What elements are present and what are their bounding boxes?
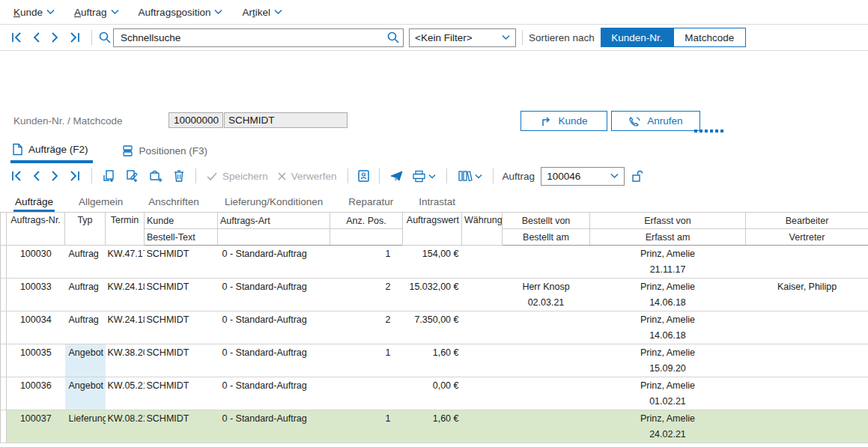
- header-erfasst-am[interactable]: Erfasst am: [590, 229, 746, 246]
- cell-auftrags-nr[interactable]: 100037: [7, 410, 65, 443]
- cell-auftragswert[interactable]: 154,00 €: [403, 246, 462, 279]
- header-bestellt-am[interactable]: Bestellt am: [503, 229, 590, 246]
- auftrag-dropdown[interactable]: 100046: [541, 167, 625, 186]
- cell-kunde[interactable]: SCHMIDT: [145, 344, 218, 377]
- cell-termin[interactable]: KW.38.20: [106, 344, 145, 377]
- cell-auftrags-nr[interactable]: 100035: [7, 344, 65, 377]
- cell-kunde[interactable]: SCHMIDT: [145, 246, 218, 279]
- discard-button[interactable]: Verwerfen: [277, 171, 337, 182]
- customer-matchcode-field[interactable]: SCHMIDT: [224, 112, 347, 128]
- menu-artikel[interactable]: Artikel: [242, 7, 282, 18]
- trash-icon[interactable]: [173, 169, 185, 183]
- cell-erfasst[interactable]: Prinz, Amelie14.06.18: [590, 279, 746, 311]
- customer-number-field[interactable]: 10000000: [169, 112, 223, 128]
- cell-auftrags-art[interactable]: 0 - Standard-Auftrag: [218, 279, 330, 311]
- cell-typ[interactable]: Auftrag: [65, 311, 106, 344]
- quick-search-input[interactable]: [119, 31, 386, 44]
- cell-kunde[interactable]: SCHMIDT: [145, 279, 218, 311]
- row-gutter[interactable]: [1, 246, 7, 279]
- cell-auftrags-nr[interactable]: 100033: [7, 279, 65, 311]
- cell-auftragswert[interactable]: 15.032,00 €: [403, 279, 462, 311]
- subtab-lieferung-konditionen[interactable]: Lieferung/Konditionen: [223, 196, 324, 212]
- first-record-icon[interactable]: [10, 170, 24, 182]
- cell-anz-pos[interactable]: 1: [330, 246, 403, 279]
- subtab-allgemein[interactable]: Allgemein: [77, 196, 124, 212]
- header-auftrags-art[interactable]: Auftrags-Art: [218, 213, 330, 229]
- cell-bestellt[interactable]: [503, 344, 590, 377]
- cell-termin[interactable]: KW.08.21: [106, 410, 145, 443]
- table-row[interactable]: 100033 Auftrag KW.24.18 SCHMIDT 0 - Stan…: [1, 279, 868, 311]
- cell-bestellt[interactable]: [503, 246, 590, 279]
- send-icon[interactable]: [389, 170, 404, 183]
- cell-erfasst[interactable]: Prinz, Amelie24.02.21: [590, 410, 746, 443]
- new-basket-icon[interactable]: [149, 169, 163, 183]
- contact-card-icon[interactable]: [357, 169, 370, 183]
- filter-dropdown[interactable]: <Kein Filter>: [409, 28, 516, 47]
- copy-record-icon[interactable]: [126, 169, 139, 183]
- cell-auftrags-art[interactable]: 0 - Standard-Auftrag: [218, 377, 330, 410]
- cell-auftragswert[interactable]: 1,60 €: [403, 410, 462, 443]
- header-termin[interactable]: Termin: [106, 213, 145, 246]
- cell-auftrags-art[interactable]: 0 - Standard-Auftrag: [218, 344, 330, 377]
- sort-matchcode-button[interactable]: Matchcode: [673, 28, 746, 47]
- cell-bearbeiter[interactable]: [746, 246, 868, 279]
- header-bearbeiter[interactable]: Bearbeiter: [746, 213, 868, 229]
- table-row[interactable]: 100034 Auftrag KW.24.18 SCHMIDT 0 - Stan…: [1, 311, 868, 344]
- cell-auftragswert[interactable]: 1,60 €: [403, 344, 462, 377]
- cell-typ[interactable]: Angebot: [65, 377, 106, 410]
- cell-bearbeiter[interactable]: [746, 377, 868, 410]
- cell-waehrung[interactable]: [462, 377, 503, 410]
- cell-waehrung[interactable]: [462, 246, 503, 279]
- cell-anz-pos[interactable]: 1: [330, 344, 403, 377]
- cell-auftragswert[interactable]: 0,00 €: [403, 377, 462, 410]
- save-button[interactable]: Speichern: [207, 171, 268, 182]
- next-record-icon[interactable]: [49, 31, 60, 43]
- header-typ[interactable]: Typ: [65, 213, 106, 246]
- magnifier-icon[interactable]: [386, 31, 400, 44]
- row-gutter[interactable]: [1, 344, 7, 377]
- table-row[interactable]: 100030 Auftrag KW.47.17 SCHMIDT 0 - Stan…: [1, 246, 868, 279]
- last-record-icon[interactable]: [67, 170, 81, 182]
- previous-record-icon[interactable]: [31, 170, 42, 182]
- cell-kunde[interactable]: SCHMIDT: [145, 311, 218, 344]
- table-row[interactable]: 100036 Angebot KW.05.21 SCHMIDT 0 - Stan…: [1, 377, 868, 410]
- table-row[interactable]: 100035 Angebot KW.38.20 SCHMIDT 0 - Stan…: [1, 344, 868, 377]
- cell-typ[interactable]: Auftrag: [65, 246, 106, 279]
- menu-auftrag[interactable]: Auftrag: [74, 7, 119, 18]
- header-erfasst-von[interactable]: Erfasst von: [590, 213, 746, 229]
- row-gutter[interactable]: [1, 279, 7, 311]
- cell-bestellt[interactable]: [503, 410, 590, 443]
- header-auftragswert[interactable]: Auftragswert: [403, 213, 462, 246]
- cell-anz-pos[interactable]: [330, 377, 403, 410]
- cell-typ[interactable]: Angebot: [65, 344, 106, 377]
- cell-termin[interactable]: KW.47.17: [106, 246, 145, 279]
- first-record-icon[interactable]: [10, 31, 24, 43]
- cell-auftrags-art[interactable]: 0 - Standard-Auftrag: [218, 246, 330, 279]
- cell-bestellt[interactable]: [503, 377, 590, 410]
- header-bestell-text[interactable]: Bestell-Text: [145, 229, 218, 246]
- cell-termin[interactable]: KW.24.18: [106, 279, 145, 311]
- cell-erfasst[interactable]: Prinz, Amelie21.11.17: [590, 246, 746, 279]
- print-button[interactable]: [412, 170, 436, 183]
- cell-bearbeiter[interactable]: [746, 311, 868, 344]
- cell-waehrung[interactable]: [462, 410, 503, 443]
- subtab-reparatur[interactable]: Reparatur: [347, 196, 395, 212]
- row-gutter[interactable]: [1, 311, 7, 344]
- cell-auftrags-art[interactable]: 0 - Standard-Auftrag: [218, 311, 330, 344]
- tab-auftraege-f2[interactable]: Aufträge (F2): [10, 139, 93, 163]
- cell-bestellt[interactable]: [503, 311, 590, 344]
- anrufen-button[interactable]: Anrufen: [611, 111, 700, 131]
- sort-kundennr-button[interactable]: Kunden-Nr.: [601, 28, 673, 47]
- search-icon[interactable]: [98, 31, 112, 44]
- menu-auftragsposition[interactable]: Auftragsposition: [139, 7, 223, 18]
- next-record-icon[interactable]: [49, 170, 60, 182]
- previous-record-icon[interactable]: [31, 31, 42, 43]
- subtab-auftraege[interactable]: Aufträge: [13, 196, 55, 212]
- cell-bearbeiter[interactable]: Kaiser, Philipp: [746, 279, 868, 311]
- cell-typ[interactable]: Auftrag: [65, 279, 106, 311]
- cell-anz-pos[interactable]: 1: [330, 410, 403, 443]
- cell-termin[interactable]: KW.24.18: [106, 311, 145, 344]
- header-vertreter[interactable]: Vertreter: [746, 229, 868, 246]
- subtab-intrastat[interactable]: Intrastat: [417, 196, 457, 212]
- cell-bearbeiter[interactable]: [746, 410, 868, 443]
